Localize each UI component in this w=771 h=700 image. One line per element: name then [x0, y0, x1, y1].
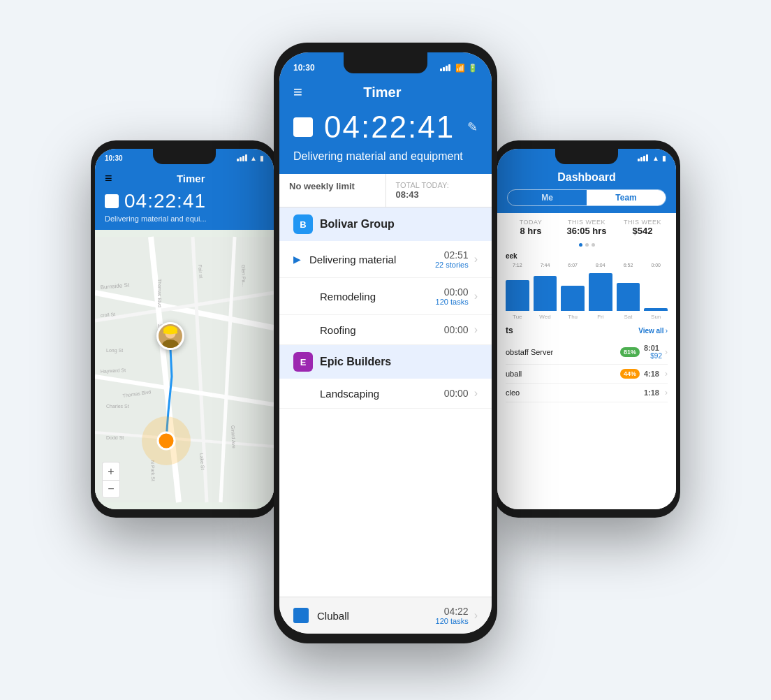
view-all-label[interactable]: View all	[638, 327, 664, 335]
dot-1	[585, 243, 589, 247]
staff-time-1: 8:01	[644, 344, 659, 352]
svg-text:Charles St: Charles St	[106, 404, 129, 409]
bar-time-2: 6:07	[561, 263, 585, 268]
left-phone: 10:30 ▲ ▮ ≡	[91, 140, 278, 518]
svg-text:Thomas Blvd: Thomas Blvd	[157, 279, 162, 307]
left-app-header: ≡ Timer 04:22:41 Delivering material and…	[95, 167, 274, 230]
center-timer-value: 04:22:41	[324, 110, 456, 145]
epic-builders-group-name: Epic Builders	[320, 356, 391, 368]
center-wifi-icon: 📶	[455, 64, 465, 73]
chart-bar-wed	[534, 276, 557, 311]
left-app-title: Timer	[118, 173, 264, 184]
task-row[interactable]: Remodeling 00:00 120 tasks ›	[279, 278, 492, 315]
epic-builders-icon: E	[293, 352, 313, 372]
chart-col-tue	[506, 280, 529, 311]
zoom-out-button[interactable]: −	[102, 480, 120, 498]
task-name-landscaping: Landscaping	[320, 388, 444, 400]
left-battery-icon: ▮	[260, 154, 264, 162]
left-timer-subtitle: Delivering material and equi...	[105, 214, 264, 223]
bar-time-5: 0:00	[644, 263, 668, 268]
bottom-project-name: Cluball	[317, 610, 436, 622]
task-name-roofing: Roofing	[320, 324, 444, 336]
right-notch	[555, 149, 618, 164]
right-app-title: Dashboard	[507, 171, 666, 184]
chart-area	[506, 269, 668, 311]
stat-this-week-hours: THIS WEEK 36:05 hrs	[561, 219, 612, 236]
stats-row: TODAY 8 hrs THIS WEEK 36:05 hrs THIS WEE…	[506, 219, 668, 236]
staff-time-section-2: 4:18	[644, 370, 662, 378]
staff-row-2[interactable]: uball 44% 4:18 ›	[506, 365, 668, 384]
right-tabs[interactable]: Me Team	[507, 189, 666, 206]
chart-bar-sun	[644, 308, 668, 311]
staff-time-section-3: 1:18	[644, 388, 662, 397]
staff-time-3: 1:18	[644, 388, 659, 397]
staff-row-3[interactable]: cleo 1:18 ›	[506, 384, 668, 402]
task-time-landscaping: 00:00	[444, 388, 469, 399]
section-title: ts	[506, 326, 513, 335]
center-app-title: Timer	[309, 85, 455, 101]
right-signal-icon	[638, 154, 648, 161]
center-status-icons: 📶 🔋	[440, 64, 478, 73]
zoom-in-button[interactable]: +	[102, 462, 120, 480]
day-label-sun: Sun	[644, 314, 668, 320]
right-phone-inner: ▲ ▮ Dashboard Me Team	[497, 149, 676, 509]
avatar-pin	[156, 322, 184, 350]
right-battery-icon: ▮	[662, 154, 666, 162]
staff-row-1[interactable]: obstaff Server 81% 8:01 $92 ›	[506, 340, 668, 365]
left-stop-button[interactable]	[105, 194, 119, 208]
total-today-value: 08:43	[396, 189, 483, 200]
bottom-tasks-value: 120 tasks	[436, 617, 469, 625]
right-app-header: Dashboard Me Team	[497, 167, 676, 213]
view-all-arrow-icon: ›	[666, 327, 668, 335]
day-label-tue: Tue	[506, 314, 529, 320]
left-status-icons: ▲ ▮	[237, 154, 264, 162]
bolivar-group-header: B Bolivar Group	[279, 207, 492, 241]
bolivar-group-name: Bolivar Group	[320, 218, 395, 231]
map-area[interactable]: Burnside St croll St Hayward St Thomas B…	[95, 230, 274, 509]
staff-name-3: cleo	[506, 388, 644, 397]
section-header: ts View all ›	[506, 326, 668, 335]
center-stop-button[interactable]	[293, 117, 313, 137]
center-phone: 10:30 📶 🔋 ≡ Timer	[274, 43, 497, 643]
chevron-right-icon: ›	[474, 387, 478, 400]
timer-section: 04:22:41 ✎ Delivering material and equip…	[279, 101, 492, 174]
task-row[interactable]: ▶ Delivering material 02:51 22 stories ›	[279, 241, 492, 278]
task-time-remodeling: 00:00 120 tasks	[436, 286, 469, 306]
tab-team[interactable]: Team	[587, 190, 666, 205]
left-signal-icon	[237, 154, 247, 161]
bottom-chevron-icon: ›	[474, 609, 478, 622]
bar-time-4: 6:52	[617, 263, 640, 268]
center-time: 10:30	[293, 63, 315, 73]
chart-col-sat	[617, 283, 640, 311]
stat-today: TODAY 8 hrs	[506, 219, 556, 236]
chart-bar-thu	[561, 286, 585, 311]
center-menu-icon[interactable]: ≡	[293, 83, 302, 101]
task-row[interactable]: Roofing 00:00 ›	[279, 315, 492, 345]
svg-text:N Park St: N Park St	[150, 460, 156, 481]
staff-chevron-2: ›	[665, 369, 668, 379]
task-time-roofing: 00:00	[444, 324, 469, 335]
day-label-sat: Sat	[617, 314, 640, 320]
staff-earnings-1: $92	[644, 352, 662, 360]
center-timer-subtitle: Delivering material and equipment	[293, 150, 463, 163]
day-label-fri: Fri	[589, 314, 612, 320]
staff-badge-1: 81%	[620, 347, 640, 357]
left-menu-icon[interactable]: ≡	[105, 171, 112, 186]
dots-row	[506, 243, 668, 247]
center-notch	[344, 52, 427, 73]
left-notch	[153, 149, 216, 164]
task-row[interactable]: Landscaping 00:00 ›	[279, 379, 492, 409]
play-icon[interactable]: ▶	[293, 254, 301, 265]
map-controls: + −	[102, 462, 120, 498]
view-all-section[interactable]: View all ›	[638, 327, 668, 335]
weekly-bar: No weekly limit TOTAL TODAY: 08:43	[279, 174, 492, 207]
task-list[interactable]: B Bolivar Group ▶ Delivering material 02…	[279, 207, 492, 634]
center-header-row: ≡ Timer	[279, 78, 492, 101]
edit-icon[interactable]: ✎	[467, 119, 478, 135]
bottom-stop-button[interactable]	[293, 608, 309, 623]
bottom-bar[interactable]: Cluball 04:22 120 tasks ›	[279, 597, 492, 634]
weekly-limit-item: No weekly limit	[279, 174, 386, 207]
tab-me[interactable]: Me	[508, 190, 587, 205]
right-status-icons: ▲ ▮	[638, 154, 666, 162]
chart-bar-fri	[589, 273, 612, 311]
